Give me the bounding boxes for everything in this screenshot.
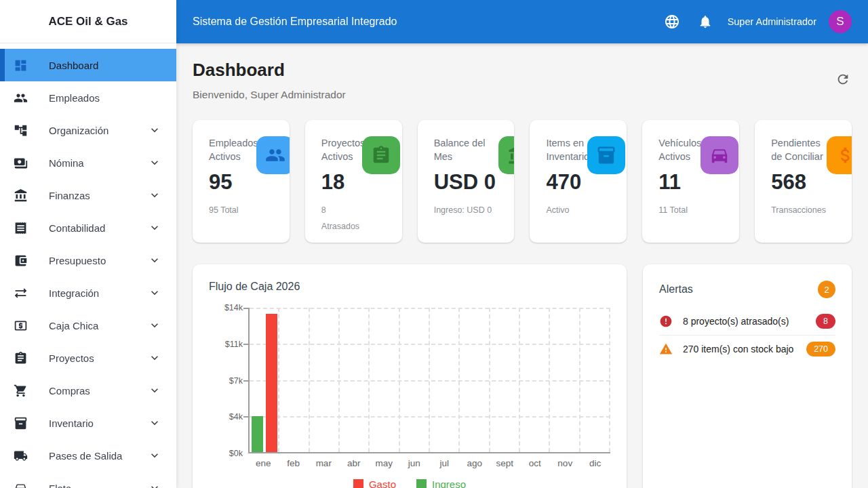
stat-subtitle: Ingreso: USD 0: [434, 202, 505, 218]
alert-text: 270 item(s) con stock bajo: [683, 344, 796, 354]
receipt-icon: [14, 221, 28, 235]
y-tick-label: $7k: [229, 376, 243, 386]
stat-icon-badge: [362, 136, 400, 174]
legend-item-gasto[interactable]: Gasto: [353, 479, 396, 488]
sidebar-item-empleados[interactable]: Empleados: [0, 81, 176, 114]
wallet-icon: [14, 253, 28, 268]
sidebar-item-inventario[interactable]: Inventario: [0, 407, 176, 439]
x-tick-label: may: [369, 458, 399, 468]
x-tick-label: mar: [309, 458, 339, 468]
sidebar-item-finanzas[interactable]: Finanzas: [0, 179, 176, 211]
sidebar-item-dashboard[interactable]: Dashboard: [0, 49, 176, 81]
y-tick-label: $11k: [225, 340, 243, 349]
chevron-down-icon: [148, 221, 161, 235]
sidebar-item-organizacion[interactable]: Organización: [0, 114, 176, 146]
chart-column-mar: [310, 308, 340, 452]
sidebar-item-presupuesto[interactable]: Presupuesto: [0, 244, 176, 277]
stat-card-vehiculos-activos: Vehículos Activos1111 Total: [642, 120, 739, 243]
chevron-down-icon: [148, 156, 161, 169]
x-tick-label: nov: [550, 458, 580, 468]
stat-card-proyectos-activos: Proyectos Activos188 Atrasados: [305, 120, 402, 243]
chart-column-oct: [520, 308, 550, 452]
stat-card-items-en-inventario: Items en Inventario470Activo: [530, 120, 627, 243]
stats-row: Empleados Activos9595 TotalProyectos Act…: [193, 120, 852, 243]
legend-swatch: [416, 479, 427, 488]
stat-icon-badge: [256, 136, 290, 174]
alerts-list: 8 proyecto(s) atrasado(s)8270 item(s) co…: [659, 308, 835, 363]
x-tick-label: ago: [460, 458, 490, 468]
cash-flow-chart-card: Flujo de Caja 2026 $14k$11k$7k$4k$0k ene…: [193, 264, 627, 488]
sync-icon: [14, 286, 28, 300]
bar-ingreso-ene: [252, 416, 263, 452]
x-tick-label: oct: [520, 458, 551, 468]
stat-value: USD 0: [434, 170, 505, 195]
inventory-icon: [14, 416, 28, 430]
chart-column-abr: [340, 308, 370, 452]
sidebar-item-compras[interactable]: Compras: [0, 374, 176, 407]
alerts-title: Alertas: [659, 283, 693, 296]
dashboard-icon: [14, 58, 28, 73]
chevron-down-icon: [148, 416, 161, 430]
sidebar-item-caja-chica[interactable]: Caja Chica: [0, 309, 176, 342]
x-tick-label: abr: [339, 458, 370, 468]
sidebar-item-label: Finanzas: [49, 190, 148, 201]
panels-row: Flujo de Caja 2026 $14k$11k$7k$4k$0k ene…: [193, 264, 852, 488]
globe-icon: [664, 14, 680, 30]
sidebar-item-proyectos[interactable]: Proyectos: [0, 342, 176, 374]
chevron-down-icon: [148, 286, 161, 300]
stat-title: Pendientes de Conciliar: [771, 136, 832, 163]
stat-icon-badge: [587, 136, 625, 174]
sidebar-item-pases-de-salida[interactable]: Pases de Salida: [0, 439, 176, 472]
stat-subtitle: Transacciones: [771, 202, 842, 218]
org-tree-icon: [14, 123, 28, 138]
page-subtitle: Bienvenido, Super Administrador: [193, 89, 852, 101]
chart-column-ago: [460, 308, 490, 452]
warning-icon: [659, 342, 673, 356]
y-tick-label: $14k: [224, 303, 243, 312]
sidebar-item-label: Flota: [49, 483, 148, 488]
chart-column-jul: [430, 308, 460, 452]
legend-item-ingreso[interactable]: Ingreso: [416, 479, 466, 488]
y-tick-mark: [243, 380, 248, 382]
people-icon: [14, 91, 28, 105]
chart-column-feb: [279, 308, 309, 452]
stat-value: 568: [771, 170, 842, 195]
x-tick-label: ene: [248, 458, 279, 468]
error-icon: [659, 314, 673, 328]
alerts-count-badge: 2: [818, 281, 835, 298]
chart-column-sept: [490, 308, 520, 452]
alerts-header: Alertas 2: [659, 281, 835, 298]
chevron-down-icon: [148, 351, 161, 365]
stat-title: Balance del Mes: [434, 136, 495, 163]
language-button[interactable]: [664, 14, 680, 30]
refresh-button[interactable]: [835, 72, 850, 87]
x-tick-label: feb: [279, 458, 309, 468]
y-tick-label: $4k: [229, 412, 243, 422]
sidebar-item-label: Dashboard: [49, 60, 161, 71]
sidebar-item-integracion[interactable]: Integración: [0, 277, 176, 309]
topbar-right: Super Administrador S: [664, 10, 852, 33]
sidebar-item-flota[interactable]: Flota: [0, 472, 176, 488]
clipboard-icon: [14, 351, 28, 365]
notifications-button[interactable]: [698, 14, 713, 29]
chart-title: Flujo de Caja 2026: [209, 281, 610, 293]
sidebar-item-label: Caja Chica: [49, 320, 148, 331]
chart-plot-area: [248, 308, 610, 453]
stat-card-balance-del-mes: Balance del MesUSD 0Ingreso: USD 0: [418, 120, 515, 243]
sidebar-item-contabilidad[interactable]: Contabilidad: [0, 211, 176, 244]
avatar[interactable]: S: [829, 10, 852, 33]
chart-column-dic: [580, 308, 610, 452]
chart: $14k$11k$7k$4k$0k: [209, 308, 610, 453]
y-tick-mark: [243, 344, 248, 345]
bank-icon: [507, 145, 514, 165]
sidebar-item-label: Proyectos: [49, 352, 148, 364]
alert-text: 8 proyecto(s) atrasado(s): [683, 316, 806, 327]
sidebar-item-label: Contabilidad: [49, 222, 148, 234]
car-icon: [14, 481, 28, 488]
bank-icon: [14, 188, 28, 203]
stat-card-empleados-activos: Empleados Activos9595 Total: [193, 120, 290, 243]
stat-subtitle: 95 Total: [209, 202, 280, 218]
sidebar-item-nomina[interactable]: Nómina: [0, 146, 176, 179]
chart-y-axis: $14k$11k$7k$4k$0k: [209, 308, 248, 453]
chevron-down-icon: [148, 384, 161, 397]
